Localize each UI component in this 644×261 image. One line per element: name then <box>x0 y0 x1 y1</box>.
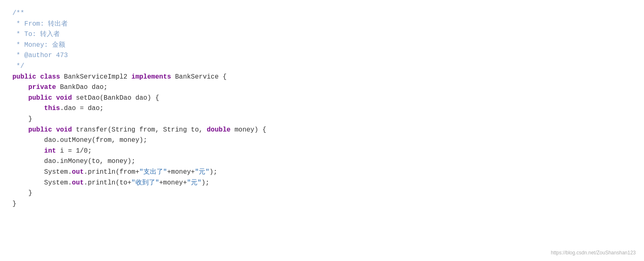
code-line: public void setDao(BankDao dao) { <box>12 93 632 104</box>
code-line: /** <box>12 8 632 19</box>
code-token <box>12 105 44 112</box>
code-token <box>52 94 56 102</box>
code-token: "支出了" <box>139 168 167 176</box>
code-line: * @author 473 <box>12 50 632 61</box>
code-token: out <box>72 179 84 187</box>
code-token: /** <box>12 10 24 17</box>
code-line: * From: 转出者 <box>12 19 632 30</box>
code-token <box>12 84 28 91</box>
code-line: } <box>12 199 632 210</box>
code-token: } <box>12 189 32 197</box>
code-token: "元" <box>195 168 209 176</box>
code-token: * To: <box>12 31 40 38</box>
code-token: transfer(String from, String to, <box>72 126 207 134</box>
code-token: } <box>12 200 17 208</box>
code-line: } <box>12 114 632 125</box>
code-token: BankServiceImpl2 <box>60 73 131 81</box>
code-token: .println(to+ <box>84 179 131 187</box>
code-token: * Money: <box>12 41 52 49</box>
code-line: * To: 转入者 <box>12 29 632 40</box>
code-token: 转入者 <box>40 31 60 38</box>
code-token: System. <box>12 168 72 176</box>
code-token: i = 1/0; <box>56 147 92 155</box>
code-token: +money+ <box>167 168 195 176</box>
code-line: this.dao = dao; <box>12 103 632 114</box>
code-token: ); <box>209 168 217 176</box>
code-token: dao.inMoney(to, money); <box>12 158 135 165</box>
code-token: .dao = dao; <box>60 105 104 112</box>
code-token: this <box>44 105 60 112</box>
code-token: setDao(BankDao dao) { <box>72 94 159 102</box>
code-block: /** * From: 转出者 * To: 转入者 * Money: 金额 * … <box>12 8 632 209</box>
code-line: System.out.println(from+"支出了"+money+"元")… <box>12 167 632 178</box>
code-token: BankService { <box>171 73 226 81</box>
code-line: dao.inMoney(to, money); <box>12 156 632 167</box>
code-token: .println(from+ <box>84 168 139 176</box>
code-token <box>36 73 40 81</box>
code-token: 转出者 <box>48 20 68 28</box>
code-token: implements <box>131 73 171 81</box>
code-line: */ <box>12 61 632 72</box>
code-token: ); <box>202 179 209 187</box>
code-token: BankDao <box>56 84 92 91</box>
code-token: private <box>28 84 56 91</box>
code-token: "元" <box>187 179 201 187</box>
code-token: 金额 <box>52 41 65 49</box>
code-token <box>12 147 44 155</box>
code-token: public <box>28 94 52 102</box>
code-line: * Money: 金额 <box>12 40 632 51</box>
code-token: * @author 473 <box>12 52 68 59</box>
code-line: public void transfer(String from, String… <box>12 125 632 136</box>
code-token: class <box>40 73 60 81</box>
code-token: money) { <box>231 126 266 134</box>
code-token: ; <box>104 84 108 91</box>
code-token: */ <box>12 62 24 70</box>
code-token: +money+ <box>159 179 187 187</box>
code-token: int <box>44 147 56 155</box>
code-token <box>12 94 28 102</box>
watermark: https://blog.csdn.net/ZouShanshan123 <box>551 249 636 257</box>
code-token: dao <box>92 84 104 91</box>
code-line: private BankDao dao; <box>12 82 632 93</box>
code-line: int i = 1/0; <box>12 146 632 157</box>
code-line: dao.outMoney(from, money); <box>12 135 632 146</box>
code-token <box>52 126 56 134</box>
code-token: void <box>56 94 72 102</box>
code-line: System.out.println(to+"收到了"+money+"元"); <box>12 178 632 189</box>
code-token: } <box>12 115 32 123</box>
code-token: "收到了" <box>131 179 159 187</box>
code-token <box>12 126 28 134</box>
code-token: public <box>12 73 36 81</box>
code-line: public class BankServiceImpl2 implements… <box>12 72 632 83</box>
code-token: double <box>207 126 231 134</box>
code-token: dao.outMoney(from, money); <box>12 136 147 144</box>
code-token: void <box>56 126 72 134</box>
code-token: public <box>28 126 52 134</box>
code-token: System. <box>12 179 72 187</box>
code-token: out <box>72 168 84 176</box>
code-token: * From: <box>12 20 48 28</box>
code-line: } <box>12 188 632 199</box>
